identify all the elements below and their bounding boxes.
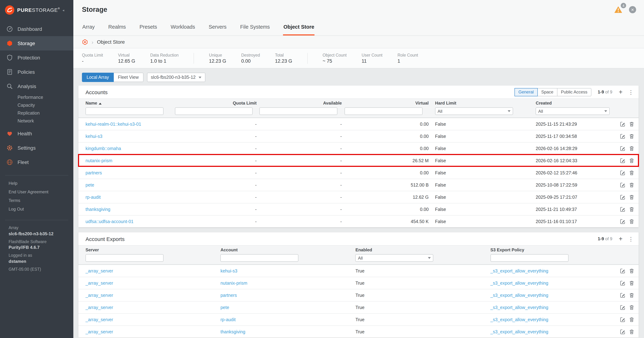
sidebar-link[interactable]: End User Agreement — [0, 188, 73, 196]
s3-export-policy-link[interactable]: _s3_export_allow_everything — [490, 317, 548, 322]
server-link[interactable]: _array_server — [86, 305, 113, 310]
alerts-warning-icon[interactable]: 4 — [614, 6, 622, 14]
array-selector-dropdown[interactable]: slc6-fbs200-n3-b35-12 — [147, 73, 205, 82]
delete-icon[interactable] — [629, 182, 634, 188]
col-account[interactable]: Account — [217, 247, 352, 252]
account-link[interactable]: kehui-s3 — [220, 268, 238, 273]
delete-icon[interactable] — [629, 329, 634, 334]
account-link[interactable]: pete — [86, 182, 94, 187]
delete-icon[interactable] — [629, 219, 634, 224]
add-export-icon[interactable]: + — [619, 236, 622, 242]
sidebar-item-settings[interactable]: Settings — [0, 141, 73, 155]
edit-icon[interactable] — [620, 121, 626, 127]
account-link[interactable]: kehui-realm-01::kehui-s3-01 — [86, 122, 141, 127]
tab[interactable]: File Systems — [240, 19, 270, 36]
delete-icon[interactable] — [629, 146, 634, 151]
col-s3-export-policy[interactable]: S3 Export Policy — [487, 247, 616, 252]
server-filter-input[interactable] — [86, 254, 164, 262]
view-tab[interactable]: General — [514, 88, 538, 96]
exports-menu-icon[interactable]: ⋮ — [628, 236, 634, 241]
edit-icon[interactable] — [620, 292, 626, 298]
delete-icon[interactable] — [629, 207, 634, 212]
delete-icon[interactable] — [629, 194, 634, 200]
account-link[interactable]: nutanix-prism — [86, 158, 112, 163]
edit-icon[interactable] — [620, 146, 626, 151]
sidebar-item-fleet[interactable]: Fleet — [0, 155, 73, 169]
edit-icon[interactable] — [620, 280, 626, 286]
edit-icon[interactable] — [620, 134, 626, 139]
delete-icon[interactable] — [629, 292, 634, 298]
sidebar-link[interactable]: Log Out — [0, 205, 73, 213]
sidebar-item-performance[interactable]: Performance — [0, 94, 73, 101]
sidebar-item-capacity[interactable]: Capacity — [0, 101, 73, 109]
hard-limit-filter-select[interactable]: All — [435, 107, 513, 115]
account-link[interactable]: partners — [220, 293, 237, 298]
created-filter-select[interactable]: All — [536, 107, 610, 115]
tab[interactable]: Array — [82, 19, 95, 36]
s3-export-policy-link[interactable]: _s3_export_allow_everything — [490, 268, 548, 273]
col-virtual[interactable]: Virtual — [345, 101, 432, 106]
local-array-button[interactable]: Local Array — [82, 73, 114, 82]
s3-export-policy-link[interactable]: _s3_export_allow_everything — [490, 305, 548, 310]
enabled-filter-select[interactable]: All — [356, 254, 434, 262]
server-link[interactable]: _array_server — [86, 268, 113, 273]
col-created[interactable]: Created — [532, 101, 616, 106]
delete-icon[interactable] — [629, 134, 634, 139]
edit-icon[interactable] — [620, 194, 626, 200]
delete-icon[interactable] — [629, 317, 634, 322]
account-link[interactable]: nutanix-prism — [220, 280, 247, 285]
server-link[interactable]: _array_server — [86, 317, 113, 322]
server-link[interactable]: _array_server — [86, 329, 113, 334]
accounts-menu-icon[interactable]: ⋮ — [628, 89, 634, 95]
edit-icon[interactable] — [620, 182, 626, 188]
server-link[interactable]: _array_server — [86, 293, 113, 298]
virtual-filter-input[interactable] — [345, 107, 423, 115]
account-link[interactable]: udfsa::udfsa-account-01 — [86, 219, 134, 224]
server-link[interactable]: _array_server — [86, 280, 113, 285]
sidebar-item-health[interactable]: Health — [0, 126, 73, 141]
sidebar-collapse-icon[interactable]: ◂ — [62, 8, 64, 12]
quota-limit-filter-input[interactable] — [175, 107, 252, 115]
view-tab[interactable]: Public Access — [557, 88, 591, 96]
col-name[interactable]: Name — [82, 101, 175, 106]
tab[interactable]: Workloads — [170, 19, 195, 36]
tab[interactable]: Servers — [208, 19, 227, 36]
account-link[interactable]: thanksgiving — [86, 207, 110, 212]
account-link[interactable]: pete — [220, 305, 229, 310]
s3-policy-filter-input[interactable] — [490, 254, 568, 262]
tab[interactable]: Object Store — [283, 19, 314, 36]
account-filter-input[interactable] — [220, 254, 298, 262]
account-link[interactable]: kehui-s3 — [86, 134, 102, 139]
col-hard-limit[interactable]: Hard Limit — [432, 101, 532, 106]
delete-icon[interactable] — [629, 121, 634, 127]
edit-icon[interactable] — [620, 207, 626, 212]
edit-icon[interactable] — [620, 329, 626, 334]
add-account-icon[interactable]: + — [619, 89, 622, 95]
account-link[interactable]: thanksgiving — [220, 329, 245, 334]
sidebar-item-policies[interactable]: Policies — [0, 65, 73, 79]
account-link[interactable]: rp-audit — [220, 317, 236, 322]
sidebar-item-protection[interactable]: Protection — [0, 51, 73, 65]
sidebar-link[interactable]: Terms — [0, 196, 73, 205]
account-link[interactable]: kingdumb::omaha — [86, 146, 121, 151]
col-server[interactable]: Server — [82, 247, 217, 252]
dismiss-icon[interactable]: × — [629, 6, 636, 13]
edit-icon[interactable] — [620, 158, 626, 163]
name-filter-input[interactable] — [86, 107, 164, 115]
sidebar-item-storage[interactable]: Storage — [0, 36, 73, 51]
delete-icon[interactable] — [629, 268, 634, 273]
delete-icon[interactable] — [629, 305, 634, 310]
sidebar-item-replication[interactable]: Replication — [0, 109, 73, 117]
fleet-view-button[interactable]: Fleet View — [114, 73, 143, 82]
tab[interactable]: Realms — [108, 19, 126, 36]
edit-icon[interactable] — [620, 219, 626, 224]
delete-icon[interactable] — [629, 158, 634, 163]
account-link[interactable]: rp-audit — [86, 195, 101, 200]
edit-icon[interactable] — [620, 305, 626, 310]
view-tab[interactable]: Space — [537, 88, 557, 96]
sidebar-item-network[interactable]: Network — [0, 117, 73, 125]
col-available[interactable]: Available — [260, 101, 345, 106]
sidebar-item-analysis[interactable]: Analysis — [0, 79, 73, 94]
s3-export-policy-link[interactable]: _s3_export_allow_everything — [490, 329, 548, 334]
available-filter-input[interactable] — [260, 107, 338, 115]
